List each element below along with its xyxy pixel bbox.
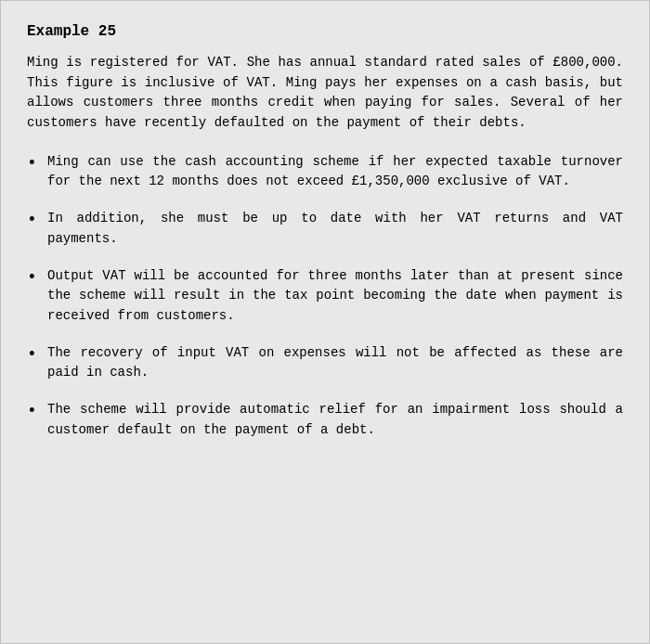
- bullet-item-2: • In addition, she must be up to date wi…: [27, 209, 623, 249]
- bullet-dot-1: •: [27, 152, 47, 175]
- bullet-item-5: • The scheme will provide automatic reli…: [27, 400, 623, 440]
- bullet-text-3: Output VAT will be accounted for three m…: [47, 266, 623, 327]
- bullet-text-1: Ming can use the cash accounting scheme …: [47, 152, 623, 192]
- bullet-text-5: The scheme will provide automatic relief…: [47, 400, 623, 440]
- bullet-item-4: • The recovery of input VAT on expenses …: [27, 343, 623, 383]
- bullet-dot-3: •: [27, 266, 47, 290]
- bullet-list: • Ming can use the cash accounting schem…: [27, 152, 623, 441]
- bullet-item-1: • Ming can use the cash accounting schem…: [27, 152, 623, 192]
- intro-paragraph: Ming is registered for VAT. She has annu…: [27, 53, 623, 134]
- bullet-dot-5: •: [27, 400, 47, 423]
- content-card: Example 25 Ming is registered for VAT. S…: [0, 0, 650, 644]
- bullet-text-2: In addition, she must be up to date with…: [47, 209, 623, 249]
- bullet-text-4: The recovery of input VAT on expenses wi…: [47, 343, 623, 383]
- bullet-dot-4: •: [27, 343, 47, 367]
- bullet-item-3: • Output VAT will be accounted for three…: [27, 266, 623, 327]
- example-title: Example 25: [27, 23, 623, 40]
- bullet-dot-2: •: [27, 209, 47, 232]
